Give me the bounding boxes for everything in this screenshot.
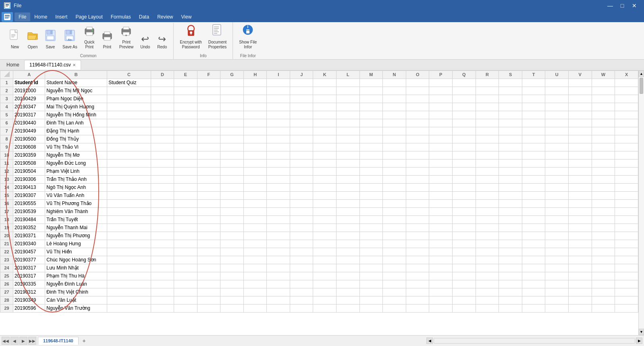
table-cell[interactable] bbox=[545, 215, 569, 224]
table-cell[interactable] bbox=[220, 207, 244, 215]
table-cell[interactable] bbox=[522, 207, 545, 215]
table-cell[interactable] bbox=[545, 111, 569, 119]
table-cell[interactable]: 20190347 bbox=[13, 103, 45, 111]
table-cell[interactable]: Vũ Văn Tuấn Anh bbox=[45, 191, 107, 199]
table-cell[interactable] bbox=[545, 256, 569, 264]
table-cell[interactable] bbox=[568, 95, 592, 103]
table-cell[interactable] bbox=[267, 95, 290, 103]
table-cell[interactable]: 20190508 bbox=[13, 159, 45, 167]
table-cell[interactable] bbox=[220, 264, 244, 272]
table-cell[interactable] bbox=[499, 272, 522, 280]
table-cell[interactable] bbox=[383, 280, 406, 288]
table-cell[interactable] bbox=[151, 296, 174, 304]
table-cell[interactable] bbox=[545, 296, 569, 304]
table-cell[interactable] bbox=[522, 304, 545, 312]
table-cell[interactable] bbox=[383, 151, 406, 159]
table-cell[interactable] bbox=[453, 272, 476, 280]
col-header-B[interactable]: B bbox=[45, 70, 107, 79]
table-cell[interactable] bbox=[313, 280, 337, 288]
col-header-U[interactable]: U bbox=[545, 70, 569, 79]
col-header-D[interactable]: D bbox=[151, 70, 174, 79]
table-cell[interactable] bbox=[568, 167, 592, 175]
table-cell[interactable] bbox=[522, 143, 545, 151]
col-header-C[interactable]: C bbox=[107, 70, 151, 79]
table-cell[interactable] bbox=[359, 191, 383, 199]
col-header-E[interactable]: E bbox=[174, 70, 197, 79]
table-cell[interactable] bbox=[545, 191, 569, 199]
table-cell[interactable] bbox=[568, 248, 592, 256]
undo-button[interactable]: ↩ Undo bbox=[137, 33, 153, 51]
table-cell[interactable] bbox=[522, 280, 545, 288]
table-cell[interactable] bbox=[267, 183, 290, 191]
row-header[interactable]: 15 bbox=[0, 191, 13, 199]
table-cell[interactable]: Nguyễn Thanh Mai bbox=[45, 224, 107, 232]
table-cell[interactable] bbox=[406, 288, 429, 296]
table-cell[interactable] bbox=[267, 127, 290, 135]
table-cell[interactable]: 20190539 bbox=[13, 207, 45, 215]
table-cell[interactable] bbox=[313, 304, 337, 312]
table-cell[interactable] bbox=[174, 256, 197, 264]
tab-home[interactable]: Home bbox=[2, 60, 24, 70]
table-cell[interactable] bbox=[453, 127, 476, 135]
table-cell[interactable] bbox=[107, 304, 151, 312]
table-cell[interactable] bbox=[592, 199, 615, 207]
table-cell[interactable]: Cán Văn Luật bbox=[45, 296, 107, 304]
table-cell[interactable] bbox=[476, 159, 499, 167]
table-cell[interactable] bbox=[174, 183, 197, 191]
table-cell[interactable] bbox=[406, 111, 429, 119]
table-cell[interactable] bbox=[174, 119, 197, 127]
menu-file[interactable]: File bbox=[15, 12, 30, 21]
table-cell[interactable] bbox=[568, 111, 592, 119]
table-cell[interactable] bbox=[522, 248, 545, 256]
table-cell[interactable] bbox=[174, 167, 197, 175]
table-cell[interactable] bbox=[592, 191, 615, 199]
table-cell[interactable]: Nguyễn Đức Long bbox=[45, 159, 107, 167]
table-cell[interactable] bbox=[545, 159, 569, 167]
table-cell[interactable] bbox=[290, 175, 313, 183]
table-cell[interactable] bbox=[197, 215, 220, 224]
table-cell[interactable] bbox=[337, 296, 360, 304]
table-cell[interactable] bbox=[151, 127, 174, 135]
table-cell[interactable] bbox=[476, 288, 499, 296]
table-cell[interactable] bbox=[383, 288, 406, 296]
col-header-M[interactable]: M bbox=[359, 70, 383, 79]
table-cell[interactable] bbox=[313, 103, 337, 111]
table-cell[interactable] bbox=[107, 159, 151, 167]
table-cell[interactable] bbox=[429, 159, 453, 167]
table-cell[interactable] bbox=[359, 79, 383, 87]
table-cell[interactable] bbox=[267, 119, 290, 127]
table-cell[interactable] bbox=[383, 127, 406, 135]
table-cell[interactable] bbox=[337, 272, 360, 280]
table-cell[interactable]: 20190413 bbox=[13, 183, 45, 191]
table-cell[interactable]: 20190317 bbox=[13, 272, 45, 280]
table-cell[interactable] bbox=[267, 240, 290, 248]
table-cell[interactable] bbox=[592, 95, 615, 103]
table-cell[interactable] bbox=[313, 272, 337, 280]
row-header[interactable]: 26 bbox=[0, 280, 13, 288]
table-cell[interactable] bbox=[267, 159, 290, 167]
table-cell[interactable] bbox=[568, 191, 592, 199]
table-cell[interactable] bbox=[267, 248, 290, 256]
table-cell[interactable] bbox=[267, 296, 290, 304]
col-header-T[interactable]: T bbox=[522, 70, 545, 79]
table-cell[interactable] bbox=[220, 87, 244, 95]
row-header[interactable]: 27 bbox=[0, 288, 13, 296]
table-cell[interactable] bbox=[359, 119, 383, 127]
table-cell[interactable] bbox=[107, 280, 151, 288]
col-header-S[interactable]: S bbox=[499, 70, 522, 79]
table-cell[interactable] bbox=[499, 87, 522, 95]
table-cell[interactable] bbox=[499, 119, 522, 127]
table-cell[interactable] bbox=[220, 288, 244, 296]
table-cell[interactable] bbox=[615, 183, 638, 191]
table-cell[interactable] bbox=[429, 199, 453, 207]
table-cell[interactable] bbox=[568, 175, 592, 183]
table-cell[interactable] bbox=[429, 232, 453, 240]
col-header-W[interactable]: W bbox=[592, 70, 615, 79]
open-button[interactable]: Open bbox=[24, 28, 41, 51]
row-header[interactable]: 16 bbox=[0, 199, 13, 207]
vertical-scrollbar[interactable]: ▲ ▼ bbox=[638, 70, 644, 336]
table-cell[interactable] bbox=[359, 280, 383, 288]
table-cell[interactable] bbox=[615, 167, 638, 175]
vscroll-down-btn[interactable]: ▼ bbox=[639, 329, 644, 335]
table-cell[interactable] bbox=[290, 296, 313, 304]
